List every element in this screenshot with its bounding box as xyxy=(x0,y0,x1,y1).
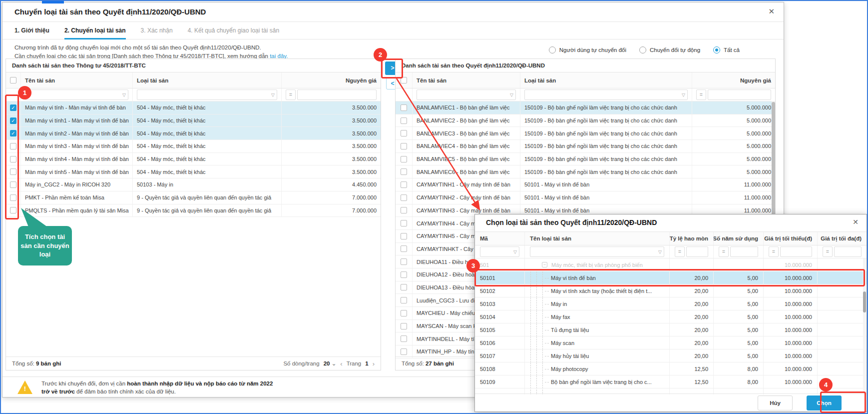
row-checkbox[interactable] xyxy=(401,194,407,201)
equals-operator-icon[interactable]: = xyxy=(823,246,833,257)
row-select-cell[interactable] xyxy=(396,332,413,345)
row-checkbox[interactable] xyxy=(401,272,407,278)
select-all-checkbox[interactable] xyxy=(10,77,16,84)
rate-filter-input[interactable] xyxy=(686,246,708,257)
row-select-cell[interactable] xyxy=(396,140,413,152)
filter-radio[interactable]: Chuyển đổi tự động xyxy=(639,46,700,54)
table-row[interactable]: BANLAMVIEC4 - Bộ bàn ghế làm việc150109 … xyxy=(396,140,775,153)
collapse-icon[interactable]: − xyxy=(542,262,547,268)
table-row[interactable]: Màn máy vi tính3 - Màn máy vi tính để bà… xyxy=(6,140,381,153)
row-select-cell[interactable] xyxy=(396,294,413,306)
row-select-cell[interactable] xyxy=(396,230,413,242)
cancel-button[interactable]: Hủy xyxy=(758,396,793,410)
row-checkbox[interactable] xyxy=(401,233,407,240)
tab-xac-nhan[interactable]: 3. Xác nhận xyxy=(141,22,173,40)
row-checkbox[interactable] xyxy=(401,246,407,252)
close-icon[interactable]: ✕ xyxy=(768,7,775,16)
next-page-icon[interactable]: › xyxy=(373,360,375,368)
row-select-cell[interactable] xyxy=(396,102,413,114)
row-checkbox[interactable] xyxy=(401,284,407,290)
years-filter-input[interactable] xyxy=(730,246,758,257)
equals-operator-icon[interactable]: = xyxy=(719,246,729,257)
column-header-name[interactable]: Tên tài sản xyxy=(21,72,133,88)
column-header-min[interactable]: Giá trị tối thiểu(đ) xyxy=(764,232,818,245)
table-row[interactable]: BANLAMVIEC2 - Bộ bàn ghế làm việc150109 … xyxy=(396,114,775,128)
table-row[interactable]: ✓Màn máy vi tính2 - Màn máy vi tính để b… xyxy=(6,127,381,140)
cost-filter-input[interactable] xyxy=(297,90,377,100)
name-filter-input[interactable]: ▽ xyxy=(417,90,516,100)
row-select-cell[interactable] xyxy=(396,282,413,294)
column-header-max[interactable]: Giá trị tối đa(đ) xyxy=(818,232,867,245)
table-row[interactable]: BANLAMVIEC5 - Bộ bàn ghế làm việc150109 … xyxy=(396,153,775,166)
row-checkbox[interactable] xyxy=(401,297,407,304)
table-row[interactable]: Màn máy vi tính5 - Màn máy vi tính để bà… xyxy=(6,166,381,178)
column-header-years[interactable]: Số năm sử dụng xyxy=(714,232,764,245)
table-row[interactable]: CAYMAYTINH2 - Cây máy tính để bàn50101 -… xyxy=(396,192,775,204)
table-row[interactable]: BANLAMVIEC6 - Bộ bàn ghế làm việc150109 … xyxy=(396,166,775,178)
code-filter-input[interactable]: ▽ xyxy=(480,246,519,257)
category-row[interactable]: 50105Tủ đựng tài liệu20,005,0010.000.000 xyxy=(475,324,867,336)
close-icon[interactable]: ✕ xyxy=(853,218,859,226)
column-header-rate[interactable]: Tỷ lệ hao mòn xyxy=(670,232,714,245)
category-row[interactable]: 50109Bộ bàn ghế ngồi làm việc trang bị c… xyxy=(475,376,867,388)
row-checkbox[interactable] xyxy=(401,207,407,214)
row-select-cell[interactable] xyxy=(396,307,413,320)
row-checkbox[interactable] xyxy=(401,323,407,330)
column-header-name[interactable]: Tên tài sản xyxy=(413,72,520,88)
row-select-cell[interactable] xyxy=(396,217,413,230)
row-select-cell[interactable] xyxy=(396,127,413,140)
row-select-cell[interactable] xyxy=(396,192,413,204)
row-checkbox[interactable] xyxy=(401,220,407,226)
row-checkbox[interactable] xyxy=(401,143,407,150)
filter-funnel-icon[interactable]: ▽ xyxy=(510,92,513,98)
prev-page-icon[interactable]: ‹ xyxy=(340,360,342,368)
category-row[interactable]: 50106Máy scan20,005,0010.000.000 xyxy=(475,336,867,350)
row-checkbox[interactable] xyxy=(401,130,407,136)
name-filter-input[interactable]: ▽ xyxy=(530,246,664,257)
column-header-code[interactable]: Mã xyxy=(475,232,525,245)
row-checkbox[interactable] xyxy=(401,168,407,175)
name-filter-input[interactable]: ▽ xyxy=(25,90,128,100)
row-checkbox[interactable] xyxy=(401,156,407,162)
row-select-cell[interactable] xyxy=(396,114,413,127)
filter-funnel-icon[interactable]: ▽ xyxy=(122,92,126,98)
filter-funnel-icon[interactable]: ▽ xyxy=(513,250,517,254)
table-row[interactable]: Máy in_CGC2 - Máy in RICOH 32050103 - Má… xyxy=(6,178,381,192)
row-select-cell[interactable] xyxy=(396,256,413,268)
category-row[interactable]: 50108Máy photocopy12,508,0010.000.000 xyxy=(475,362,867,376)
row-checkbox[interactable] xyxy=(401,118,407,124)
tab-chuyen-loai[interactable]: 2. Chuyển loại tài sản xyxy=(64,22,126,40)
scrollbar-thumb[interactable] xyxy=(863,292,866,312)
row-checkbox[interactable] xyxy=(401,104,407,111)
row-select-cell[interactable] xyxy=(396,204,413,217)
filter-funnel-icon[interactable]: ▽ xyxy=(682,92,685,98)
table-row[interactable]: PMQLTS - Phần mềm quản lý tài sản Misa9 … xyxy=(6,204,381,218)
table-row[interactable]: CAYMAYTINH1 - Cây máy tính để bàn50101 -… xyxy=(396,178,775,192)
category-row[interactable]: 50107Máy hủy tài liệu20,005,0010.000.000 xyxy=(475,350,867,362)
type-filter-input[interactable]: ▽ xyxy=(137,90,277,100)
min-filter-input[interactable] xyxy=(780,246,812,257)
equals-operator-icon[interactable]: = xyxy=(286,90,296,100)
type-filter-input[interactable]: ▽ xyxy=(524,90,688,100)
column-header-type[interactable]: Loại tài sản xyxy=(133,72,282,88)
column-header-type[interactable]: Loại tài sản xyxy=(520,72,692,88)
column-header-cost[interactable]: Nguyên giá xyxy=(692,72,775,88)
equals-operator-icon[interactable]: = xyxy=(696,90,706,100)
table-row[interactable]: Màn máy vi tính4 - Màn máy vi tính để bà… xyxy=(6,153,381,166)
category-row[interactable]: 50104Máy fax20,005,0010.000.000 xyxy=(475,310,867,324)
row-checkbox[interactable] xyxy=(401,258,407,265)
row-checkbox[interactable] xyxy=(401,310,407,316)
filter-funnel-icon[interactable]: ▽ xyxy=(271,92,275,98)
column-header-cost[interactable]: Nguyên giá xyxy=(282,72,381,88)
filter-funnel-icon[interactable]: ▽ xyxy=(658,250,662,254)
table-row[interactable]: PMKT - Phần mềm kế toán Misa9 - Quyền tá… xyxy=(6,192,381,204)
page-number-input[interactable]: 1 xyxy=(365,360,368,366)
column-header-name[interactable]: Tên loại tài sản xyxy=(525,232,670,245)
category-row[interactable]: 50103Máy in20,005,0010.000.000 xyxy=(475,298,867,310)
equals-operator-icon[interactable]: = xyxy=(769,246,779,257)
table-row[interactable]: ✓Màn máy vi tính - Màn máy vi tính để bà… xyxy=(6,102,381,114)
tab-ket-qua[interactable]: 4. Kết quả chuyển giao loại tài sản xyxy=(188,22,279,40)
table-row[interactable]: BANLAMVIEC3 - Bộ bàn ghế làm việc150109 … xyxy=(396,127,775,140)
row-checkbox[interactable] xyxy=(401,182,407,188)
row-select-cell[interactable] xyxy=(396,166,413,178)
